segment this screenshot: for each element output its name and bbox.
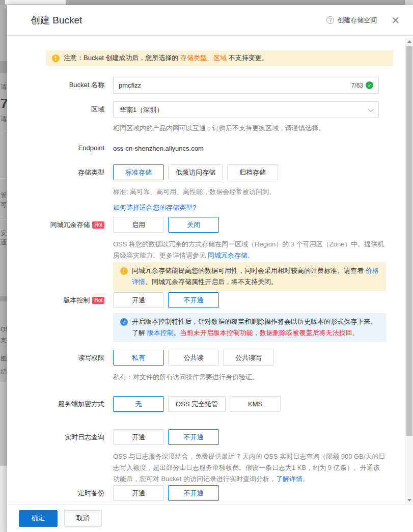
zrs-warning-box: ! 同城冗余存储能提高您的数据可用性，同时会采用相对较高的计费标准。请查看 价格… — [113, 262, 386, 291]
triangle-down-icon — [407, 499, 411, 501]
notice-text: 注意：Bucket 创建成功后，您所选择的 存储类型、区域 不支持变更。 — [64, 53, 268, 63]
storage-standard-button[interactable]: 标准存储 — [113, 164, 164, 180]
logging-learn-more-link[interactable]: 了解详情 — [276, 475, 302, 483]
sse-kms-button[interactable]: KMS — [230, 396, 281, 412]
field-row-logging: 实时日志查询 开通 不开通 OSS 与日志服务深度结合，免费提供最近 7 天内的… — [7, 429, 396, 485]
field-row-endpoint: Endpoint oss-cn-shenzhen.aliyuncs.com — [7, 144, 396, 153]
create-bucket-dialog: 创建 Bucket ? 创建存储空间 ✕ ! 注意：Bucket 创建成功后，您… — [7, 5, 413, 532]
ok-button[interactable]: 确定 — [19, 510, 58, 527]
acl-private-button[interactable]: 私有 — [113, 350, 164, 366]
storage-class-label: 存储类型 — [7, 164, 104, 177]
background-text-fragment: 77 — [1, 96, 7, 111]
versioning-info-text: 开启版本控制特性后，针对数据的覆盖和删除操作将会以历史版本的形式保存下来。了解 … — [132, 316, 379, 339]
background-text-fragment: 请求 — [1, 115, 7, 123]
sse-label: 服务端加密方式 — [7, 396, 104, 409]
help-icon: ? — [326, 16, 334, 24]
bucket-name-field[interactable]: 7/63 ✓ — [113, 77, 379, 94]
sse-oss-managed-button[interactable]: OSS 完全托管 — [168, 396, 226, 412]
versioning-label: 版本控制 Hot — [7, 292, 104, 305]
sse-none-button[interactable]: 无 — [113, 396, 164, 412]
scrollbar[interactable] — [405, 38, 413, 504]
bucket-name-input[interactable] — [119, 81, 351, 89]
info-icon: i — [120, 318, 128, 326]
background-divider — [0, 219, 7, 219]
backup-options: 开通 不开通 — [113, 485, 396, 501]
logging-enable-button[interactable]: 开通 — [113, 429, 164, 445]
dialog-footer: 确定 取消 — [7, 504, 413, 532]
field-row-storage-class: 存储类型 标准存储 低频访问存储 归档存储 标准: 高可靠、高可用、高性能，数据… — [7, 164, 396, 212]
background-text-fragment: 请求 — [1, 82, 7, 91]
versioning-enable-button[interactable]: 开通 — [113, 292, 164, 308]
warning-icon: ! — [52, 54, 60, 62]
field-row-backup: 定时备份 开通 不开通 — [7, 485, 396, 501]
logging-options: 开通 不开通 — [113, 429, 396, 445]
background-text-fragment: OSS — [1, 326, 7, 333]
storage-class-help-link[interactable]: 如何选择适合您的存储类型? — [113, 203, 196, 212]
notice-highlight: 存储类型、区域 — [180, 54, 227, 62]
scroll-down-arrow[interactable] — [406, 496, 413, 504]
versioning-info-box: i 开启版本控制特性后，针对数据的覆盖和删除操作将会以历史版本的形式保存下来。了… — [113, 313, 386, 342]
background-topbar — [0, 0, 413, 5]
bucket-name-label: Bucket 名称 — [7, 77, 104, 90]
background-text-fragment: 通过 — [1, 238, 7, 247]
endpoint-label: Endpoint — [7, 144, 104, 152]
chevron-down-icon — [368, 106, 374, 111]
scrollbar-thumb[interactable] — [406, 46, 412, 436]
screen: 请求 77 请求 管区 可实 安全 通过 OSS 支持 图片 结合 创建 Buc… — [0, 0, 413, 532]
field-row-region: 区域 华南1（深圳） 相同区域内的产品内网可以互通；订购后不支持更换区域，请谨慎… — [7, 101, 396, 133]
warning-icon: ! — [120, 267, 128, 275]
zrs-label: 同城冗余存储 Hot — [7, 217, 104, 230]
versioning-red-warning: 当前未开启版本控制功能，数据删除或被覆盖后将无法找回。 — [180, 329, 359, 337]
triangle-up-icon — [407, 40, 411, 43]
hot-badge: Hot — [92, 297, 104, 304]
background-text-fragment: 结合 — [1, 368, 7, 376]
notice-banner: ! 注意：Bucket 创建成功后，您所选择的 存储类型、区域 不支持变更。 — [46, 50, 393, 66]
background-band — [0, 296, 7, 301]
region-selected-value: 华南1（深圳） — [120, 105, 368, 115]
zrs-doc-link[interactable]: 同城冗余存储 — [208, 251, 247, 259]
backup-enable-button[interactable]: 开通 — [113, 485, 164, 501]
background-text-fragment: 图片 — [1, 354, 7, 363]
versioning-options: 开通 不开通 — [113, 292, 396, 308]
close-icon[interactable]: ✕ — [391, 15, 400, 25]
acl-hint: 私有：对文件的所有访问操作需要进行身份验证。 — [113, 372, 386, 382]
versioning-disable-button[interactable]: 不开通 — [168, 292, 219, 308]
cancel-button[interactable]: 取消 — [64, 510, 102, 527]
background-element — [4, 0, 66, 5]
background-band — [0, 61, 7, 73]
versioning-doc-link[interactable]: 版本控制 — [147, 329, 174, 337]
background-divider — [0, 131, 7, 131]
storage-ia-button[interactable]: 低频访问存储 — [168, 164, 223, 180]
background-text-fragment: 支持 — [1, 336, 7, 345]
acl-options: 私有 公共读 公共读写 — [113, 350, 396, 366]
acl-public-readwrite-button[interactable]: 公共读写 — [223, 350, 274, 366]
help-link[interactable]: ? 创建存储空间 — [326, 16, 377, 25]
logging-disable-button[interactable]: 不开通 — [168, 429, 219, 445]
storage-class-hint: 标准: 高可靠、高可用、高性能，数据会经常被访问到。 — [113, 187, 386, 197]
field-row-zrs: 同城冗余存储 Hot 启用 关闭 OSS 将您的数据以冗余的方式存储在同一区域（… — [7, 217, 396, 291]
background-text-fragment: 可实 — [1, 201, 7, 209]
background-band — [0, 382, 7, 466]
logging-label: 实时日志查询 — [7, 429, 104, 442]
dialog-title: 创建 Bucket — [31, 14, 326, 27]
backup-disable-button[interactable]: 不开通 — [168, 485, 219, 501]
hot-badge: Hot — [92, 221, 104, 229]
field-row-bucket-name: Bucket 名称 7/63 ✓ — [7, 77, 396, 94]
zrs-warning-text: 同城冗余存储能提高您的数据可用性，同时会采用相对较高的计费标准。请查看 价格详情… — [132, 265, 379, 288]
zrs-enable-button[interactable]: 启用 — [113, 217, 164, 233]
endpoint-value: oss-cn-shenzhen.aliyuncs.com — [113, 144, 396, 153]
background-page-strip: 请求 77 请求 管区 可实 安全 通过 OSS 支持 图片 结合 — [0, 5, 7, 532]
scroll-up-arrow[interactable] — [406, 38, 413, 45]
zrs-description: OSS 将您的数据以冗余的方式存储在同一区域（Region）的 3 个可用区（Z… — [113, 239, 386, 261]
backup-label: 定时备份 — [7, 485, 104, 498]
background-element — [405, 0, 413, 5]
region-select[interactable]: 华南1（深圳） — [113, 101, 379, 118]
field-row-versioning: 版本控制 Hot 开通 不开通 i 开启版本控制特性后，针对数据的覆盖和删除操作… — [7, 292, 396, 342]
acl-public-read-button[interactable]: 公共读 — [168, 350, 219, 366]
background-text-fragment: 管区 — [1, 191, 7, 200]
background-divider — [0, 178, 7, 179]
zrs-disable-button[interactable]: 关闭 — [168, 217, 219, 233]
acl-label: 读写权限 — [7, 350, 104, 362]
region-hint: 相同区域内的产品内网可以互通；订购后不支持更换区域，请谨慎选择。 — [113, 123, 386, 133]
storage-archive-button[interactable]: 归档存储 — [227, 164, 278, 180]
